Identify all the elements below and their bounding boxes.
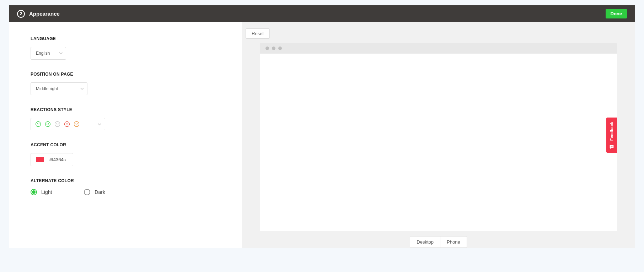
svg-point-10 [64, 121, 69, 126]
reactions-style-select[interactable] [31, 118, 105, 130]
svg-point-1 [37, 123, 38, 124]
alternate-light-label: Light [41, 189, 52, 195]
svg-point-15 [77, 123, 78, 124]
preview-desktop-button[interactable]: Desktop [410, 236, 440, 247]
svg-point-0 [36, 121, 41, 126]
position-value: Middle right [36, 86, 58, 91]
alternate-dark-radio[interactable]: Dark [84, 189, 105, 195]
reactions-faces [35, 121, 80, 127]
svg-point-8 [58, 123, 59, 124]
browser-chrome [260, 43, 617, 54]
step-header: 2 Appearance Done [9, 5, 635, 22]
preview-panel: Reset Feedback [242, 22, 635, 248]
svg-point-11 [66, 123, 67, 124]
window-dot-icon [272, 47, 275, 50]
step-title: Appearance [29, 11, 60, 17]
step-number-badge: 2 [17, 10, 25, 18]
browser-preview: Feedback [260, 43, 617, 231]
position-select[interactable]: Middle right [31, 82, 87, 95]
svg-point-4 [47, 123, 48, 124]
svg-point-7 [57, 123, 57, 124]
accent-color-picker[interactable]: #f4364c [31, 153, 73, 166]
position-label: POSITION ON PAGE [31, 72, 221, 77]
svg-point-6 [55, 121, 60, 126]
accent-color-value: #f4364c [49, 157, 66, 162]
appearance-form: LANGUAGE English POSITION ON PAGE Middle… [9, 22, 242, 248]
svg-point-5 [48, 123, 49, 124]
alternate-light-radio[interactable]: Light [31, 189, 52, 195]
face-sad-icon [74, 121, 80, 127]
language-label: LANGUAGE [31, 36, 221, 41]
alternate-color-label: ALTERNATE COLOR [31, 178, 221, 183]
alternate-dark-label: Dark [95, 189, 105, 195]
accent-swatch [36, 157, 44, 162]
step-number: 2 [20, 11, 22, 16]
preview-phone-button[interactable]: Phone [440, 236, 467, 247]
svg-point-2 [39, 123, 39, 124]
svg-point-14 [76, 123, 76, 124]
browser-viewport: Feedback [260, 54, 617, 231]
accent-color-label: ACCENT COLOR [31, 142, 221, 147]
chevron-down-icon [98, 123, 101, 126]
svg-point-12 [68, 123, 68, 124]
feedback-widget-tab[interactable]: Feedback [606, 118, 617, 153]
radio-unselected-icon [84, 189, 90, 195]
face-smile-icon [45, 121, 51, 127]
feedback-tab-label: Feedback [610, 122, 614, 141]
radio-selected-icon [31, 189, 37, 195]
chat-icon [609, 144, 615, 150]
svg-point-13 [74, 121, 79, 126]
done-button[interactable]: Done [606, 9, 627, 18]
reset-button[interactable]: Reset [246, 28, 270, 39]
face-frown-icon [64, 121, 70, 127]
reactions-label: REACTIONS STYLE [31, 107, 221, 112]
svg-point-3 [45, 121, 50, 126]
language-value: English [36, 51, 50, 56]
window-dot-icon [278, 47, 282, 50]
face-grin-icon [35, 121, 41, 127]
language-select[interactable]: English [31, 47, 66, 60]
window-dot-icon [265, 47, 269, 50]
preview-view-toggle: Desktop Phone [410, 236, 467, 248]
face-neutral-icon [54, 121, 60, 127]
